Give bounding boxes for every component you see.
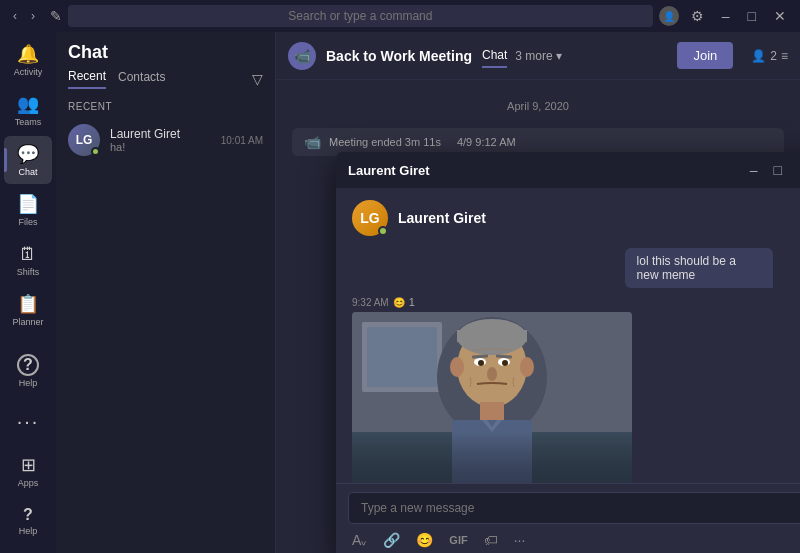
- forward-button[interactable]: ›: [26, 7, 40, 25]
- settings-icon[interactable]: ⚙: [685, 6, 710, 26]
- chat-list-info: Laurent Giret ha!: [110, 127, 211, 153]
- app-body: 🔔 Activity 👥 Teams 💬 Chat 📄 Files 🗓 Shif…: [0, 32, 800, 553]
- meeting-title: Back to Work Meeting: [326, 48, 472, 64]
- svg-rect-3: [367, 327, 437, 387]
- popup-avatar: LG: [352, 200, 388, 236]
- sidebar-item-help-bottom[interactable]: ? Help: [4, 497, 52, 545]
- sidebar-item-more[interactable]: ···: [4, 397, 52, 445]
- chat-icon: 💬: [17, 143, 39, 165]
- minimize-button[interactable]: –: [716, 6, 736, 26]
- global-search-input[interactable]: [68, 5, 653, 27]
- popup-title: Laurent Giret: [348, 163, 738, 178]
- participants-count: 2: [770, 49, 777, 63]
- sidebar-item-chat[interactable]: 💬 Chat: [4, 136, 52, 184]
- popup-header: Laurent Giret – □ ✕: [336, 152, 800, 188]
- chat-list-tabs: Recent Contacts ▽: [56, 69, 275, 95]
- time-label: 9:32 AM: [352, 297, 389, 308]
- message-time-stamp: 9:32 AM 😊 1: [352, 296, 632, 308]
- close-button[interactable]: ✕: [768, 6, 792, 26]
- message-image: [352, 312, 632, 483]
- message-time: 10:01 AM: [221, 135, 263, 146]
- sidebar-item-help[interactable]: ? Help: [4, 347, 52, 395]
- message-preview: ha!: [110, 141, 211, 153]
- avatar-status-indicator: [91, 147, 100, 156]
- sidebar: 🔔 Activity 👥 Teams 💬 Chat 📄 Files 🗓 Shif…: [0, 32, 56, 553]
- maximize-button[interactable]: □: [742, 6, 762, 26]
- sidebar-label-help2: Help: [19, 526, 38, 536]
- svg-point-11: [502, 360, 508, 366]
- sidebar-label-teams: Teams: [15, 117, 42, 127]
- svg-rect-7: [457, 330, 527, 342]
- popup-toolbar: Aᵥ 🔗 😊 GIF 🏷 ··· ➤: [348, 530, 800, 550]
- sidebar-item-apps[interactable]: ⊞ Apps: [4, 447, 52, 495]
- activity-icon: 🔔: [17, 43, 39, 65]
- compose-button[interactable]: ✎: [50, 8, 62, 24]
- sidebar-label-files: Files: [18, 217, 37, 227]
- image-svg: [352, 312, 632, 483]
- teams-icon: 👥: [17, 93, 39, 115]
- meeting-icon: 📹: [288, 42, 316, 70]
- sidebar-label-help: Help: [19, 378, 38, 388]
- popup-input-area: Aᵥ 🔗 😊 GIF 🏷 ··· ➤: [336, 483, 800, 553]
- svg-rect-17: [480, 402, 504, 422]
- sticker-button[interactable]: 🏷: [480, 530, 502, 550]
- avatar: LG: [68, 124, 100, 156]
- contact-name: Laurent Giret: [110, 127, 211, 141]
- sidebar-label-chat: Chat: [18, 167, 37, 177]
- svg-point-14: [487, 367, 497, 381]
- meeting-ended-time: 4/9 9:12 AM: [457, 136, 516, 148]
- participants-icon: 👤: [751, 49, 766, 63]
- attach-button[interactable]: 🔗: [379, 530, 404, 550]
- user-avatar-icon[interactable]: 👤: [659, 6, 679, 26]
- popup-close-button[interactable]: ✕: [794, 160, 800, 180]
- list-item[interactable]: LG Laurent Giret ha! 10:01 AM: [56, 116, 275, 164]
- sidebar-item-files[interactable]: 📄 Files: [4, 186, 52, 234]
- shifts-icon: 🗓: [19, 244, 37, 265]
- popup-controls: – □ ✕: [746, 160, 800, 180]
- more-icon: ···: [17, 410, 40, 433]
- sidebar-item-teams[interactable]: 👥 Teams: [4, 86, 52, 134]
- title-bar-actions: 👤 ⚙ – □ ✕: [659, 6, 792, 26]
- sidebar-label-shifts: Shifts: [17, 267, 40, 277]
- message-text-bubble: lol this should be a new meme: [625, 248, 773, 288]
- tab-more[interactable]: 3 more ▾: [515, 45, 562, 67]
- emoji-button[interactable]: 😊: [412, 530, 437, 550]
- back-button[interactable]: ‹: [8, 7, 22, 25]
- tab-chat[interactable]: Chat: [482, 44, 507, 68]
- sidebar-bottom: ? Help ··· ⊞ Apps ? Help: [4, 347, 52, 553]
- menu-icon: ≡: [781, 49, 788, 63]
- message-incoming-text: lol this should be a new meme: [625, 248, 800, 288]
- popup-minimize-button[interactable]: –: [746, 160, 762, 180]
- chat-list-panel: Chat Recent Contacts ▽ Recent LG Laurent…: [56, 32, 276, 553]
- date-divider: April 9, 2020: [292, 100, 784, 112]
- tab-contacts[interactable]: Contacts: [118, 70, 165, 88]
- avatar-initials: LG: [76, 133, 93, 147]
- sidebar-item-planner[interactable]: 📋 Planner: [4, 286, 52, 334]
- filter-icon[interactable]: ▽: [252, 71, 263, 87]
- emoji-count: 1: [409, 296, 415, 308]
- popup-messages[interactable]: lol this should be a new meme 9:32 AM 😊 …: [336, 244, 800, 483]
- popup-person-name: Laurent Giret: [398, 210, 486, 226]
- sidebar-label-activity: Activity: [14, 67, 43, 77]
- files-icon: 📄: [17, 193, 39, 215]
- chat-list-title: Chat: [68, 42, 108, 63]
- participants-button[interactable]: 👤 2 ≡: [751, 49, 788, 63]
- more-tools-button[interactable]: ···: [510, 530, 530, 550]
- tab-recent[interactable]: Recent: [68, 69, 106, 89]
- sidebar-item-shifts[interactable]: 🗓 Shifts: [4, 236, 52, 284]
- help-bottom-icon: ?: [23, 506, 33, 524]
- chat-header-tabs: Chat 3 more ▾: [482, 44, 562, 68]
- svg-point-15: [450, 357, 464, 377]
- chat-list-header: Chat: [56, 32, 275, 69]
- message-input[interactable]: [348, 492, 800, 524]
- help-icon: ?: [17, 354, 39, 376]
- gif-button[interactable]: GIF: [445, 532, 471, 548]
- svg-rect-20: [352, 432, 632, 483]
- main-chat-area: 📹 Back to Work Meeting Chat 3 more ▾ Joi…: [276, 32, 800, 553]
- sidebar-item-activity[interactable]: 🔔 Activity: [4, 36, 52, 84]
- join-button[interactable]: Join: [677, 42, 733, 69]
- popup-maximize-button[interactable]: □: [770, 160, 786, 180]
- format-button[interactable]: Aᵥ: [348, 530, 371, 550]
- chat-header: 📹 Back to Work Meeting Chat 3 more ▾ Joi…: [276, 32, 800, 80]
- sidebar-label-apps: Apps: [18, 478, 39, 488]
